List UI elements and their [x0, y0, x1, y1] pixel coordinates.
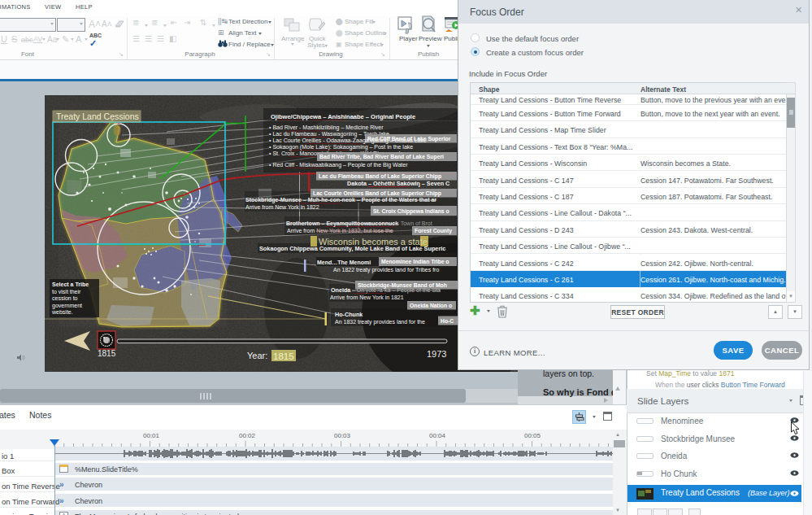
svg-text:Bad River Tribe, Bad River Ban: Bad River Tribe, Bad River Band of Lake … — [319, 154, 444, 160]
svg-text:Arrive from New York in 1822: Arrive from New York in 1822 — [245, 204, 319, 210]
svg-text:An 1832 treaty provides land f: An 1832 treaty provides land for the — [335, 319, 425, 325]
svg-text:• Red Cliff - Miskwaabikaang –: • Red Cliff - Miskwaabikaang – People of… — [269, 162, 408, 168]
svg-text:Ojibwe/Chippewa – Anishinaabe: Ojibwe/Chippewa – Anishinaabe – Original… — [271, 113, 415, 120]
svg-text:– Town of Brot: – Town of Brot — [396, 220, 432, 226]
svg-text:Menominee Indian Tribe o: Menominee Indian Tribe o — [381, 259, 449, 264]
svg-text:Sokaogon Chippewa Community, M: Sokaogon Chippewa Community, Mole Lake B… — [259, 245, 445, 252]
svg-text:Select a Tribe: Select a Tribe — [52, 282, 89, 287]
svg-text:Arrive from New York in 1832,: Arrive from New York in 1832, but lose t… — [287, 228, 393, 233]
svg-text:Oneida: Oneida — [331, 286, 351, 294]
svg-text:– On’yote?a·ka – People of the: – On’yote?a·ka – People of the Sta — [352, 287, 441, 294]
svg-text:Year:: Year: — [247, 351, 267, 360]
svg-text:Lac Courte Oreilles Band of La: Lac Courte Oreilles Band of Lake Superio… — [313, 190, 441, 197]
svg-text:Brothertown – Eeyamquittoowauc: Brothertown – Eeyamquittoowauconnuck — [286, 220, 398, 227]
svg-text:1815: 1815 — [273, 351, 294, 361]
svg-text:website.: website. — [51, 309, 73, 315]
svg-text:• Lac Courte Oreilles - Odaawa: • Lac Courte Oreilles - Odaawaa-Zaaga’ig… — [269, 137, 427, 144]
svg-text:Forest County: Forest County — [415, 228, 452, 234]
svg-text:Oneida Nation o: Oneida Nation o — [410, 303, 452, 308]
svg-text:Arrive from New York in 1821: Arrive from New York in 1821 — [330, 295, 404, 300]
svg-text:Treaty Land Cessions: Treaty Land Cessions — [56, 111, 139, 121]
svg-text:• Bad River - Mashkiiziibiing: • Bad River - Mashkiiziibiing – Medicine… — [269, 124, 384, 131]
svg-text:1815: 1815 — [98, 349, 116, 358]
svg-text:cession to: cession to — [52, 295, 78, 301]
svg-text:St. Croix Chippewa Indians o: St. Croix Chippewa Indians o — [373, 208, 449, 215]
svg-text:Lac du Flambeau Band of Lake S: Lac du Flambeau Band of Lake Superior Ch… — [319, 173, 441, 180]
svg-text:to visit their: to visit their — [52, 289, 81, 295]
svg-text:Ho-C: Ho-C — [441, 318, 454, 324]
svg-text:government: government — [52, 303, 82, 309]
svg-text:Dakota – Očhéthi Sakówiŋ – Sev: Dakota – Očhéthi Sakówiŋ – Seven C — [347, 180, 449, 187]
svg-text:Mend…The Menomi: Mend…The Menomi — [317, 260, 371, 265]
svg-text:1973: 1973 — [427, 349, 446, 359]
svg-text:Stockbridge-Munsee – Muh-he-co: Stockbridge-Munsee – Muh-he-con-neok – P… — [245, 197, 436, 203]
svg-text:• Sokaogon (Mole Lake): Sokaog: • Sokaogon (Mole Lake): Sokaogaming – Po… — [269, 144, 413, 151]
svg-text:An 1822 treaty provides land f: An 1822 treaty provides land for Tribes … — [333, 267, 439, 273]
svg-text:Ho-Chunk: Ho-Chunk — [335, 311, 363, 318]
